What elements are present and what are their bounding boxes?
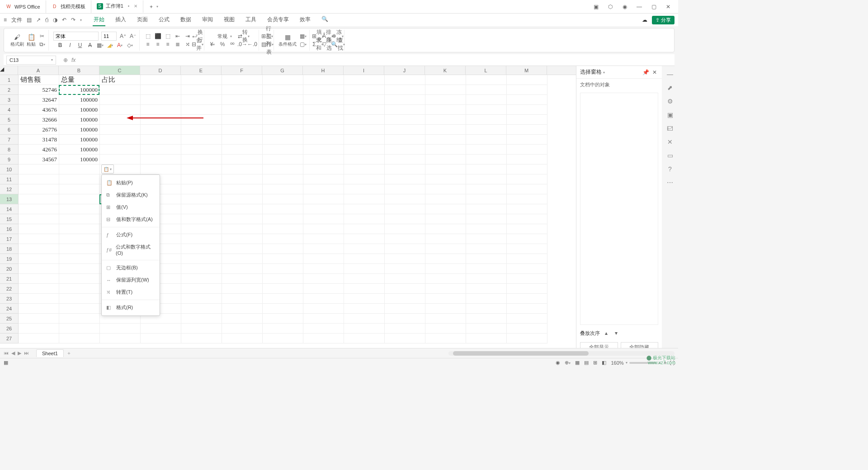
worksheet-button[interactable]: ▤工作表▾	[264, 41, 271, 48]
tab-page[interactable]: 页面	[136, 14, 149, 26]
cell[interactable]	[100, 125, 141, 135]
cell[interactable]	[263, 224, 303, 234]
share-button[interactable]: ⇪ 分享	[652, 16, 675, 24]
row-header[interactable]: 17	[0, 234, 18, 244]
cell[interactable]	[466, 75, 507, 85]
row-header[interactable]: 6	[0, 125, 18, 135]
tab-data[interactable]: 数据	[179, 14, 192, 26]
sum-button[interactable]: Σ求和▾	[314, 41, 321, 48]
cell[interactable]	[385, 304, 425, 314]
cell[interactable]	[466, 135, 507, 145]
cell[interactable]	[507, 194, 547, 204]
row-header[interactable]: 18	[0, 244, 18, 254]
cell[interactable]	[344, 304, 385, 314]
cell[interactable]	[507, 334, 547, 343]
cell[interactable]	[303, 184, 344, 194]
cell[interactable]	[303, 224, 344, 234]
cell[interactable]	[222, 234, 263, 244]
cell[interactable]	[141, 95, 181, 105]
cell[interactable]	[181, 135, 222, 145]
help-strip-icon[interactable]: ?	[668, 165, 672, 173]
sheet-last-icon[interactable]: ⏭	[24, 350, 29, 356]
cell[interactable]	[100, 105, 141, 115]
cell[interactable]	[263, 314, 303, 324]
cut-icon[interactable]: ✂	[38, 33, 46, 40]
cell[interactable]	[507, 125, 547, 135]
cell[interactable]	[59, 244, 100, 254]
chart-strip-icon[interactable]: 🗠	[667, 125, 673, 132]
cell[interactable]	[507, 204, 547, 214]
cell[interactable]	[222, 314, 263, 324]
cell[interactable]	[344, 224, 385, 234]
cell[interactable]	[263, 184, 303, 194]
cell[interactable]	[263, 75, 303, 85]
cell[interactable]	[222, 135, 263, 145]
align-top-icon[interactable]: ⬚	[144, 33, 151, 40]
cell[interactable]	[425, 244, 466, 254]
cell[interactable]: 总量	[59, 75, 100, 85]
cell-style-icon[interactable]: ▢▾	[299, 41, 307, 48]
cell[interactable]	[303, 155, 344, 164]
cell[interactable]	[344, 314, 385, 324]
currency-icon[interactable]: ¥▾	[209, 41, 216, 48]
cell[interactable]	[344, 244, 385, 254]
cell[interactable]	[344, 284, 385, 294]
panel-icon[interactable]: ▣	[591, 4, 600, 10]
cond-format-button[interactable]: ▦条件格式	[278, 33, 297, 47]
cell[interactable]	[263, 214, 303, 224]
cell[interactable]	[59, 184, 100, 194]
table-style-icon[interactable]: ▦▾	[299, 33, 307, 40]
cell[interactable]	[263, 164, 303, 174]
print-icon[interactable]: ⎙	[45, 17, 48, 23]
cell[interactable]	[303, 135, 344, 145]
cell[interactable]	[222, 254, 263, 264]
cell[interactable]	[100, 145, 141, 155]
tab-insert[interactable]: 插入	[114, 14, 127, 26]
cell[interactable]	[385, 284, 425, 294]
cell[interactable]	[222, 145, 263, 155]
cell[interactable]	[303, 204, 344, 214]
cell[interactable]	[59, 324, 100, 334]
cell[interactable]	[222, 264, 263, 274]
cell[interactable]	[181, 324, 222, 334]
row-header[interactable]: 9	[0, 155, 18, 164]
tab-efficiency[interactable]: 效率	[299, 14, 311, 26]
new-tab-button[interactable]: ＋ ▾	[143, 0, 164, 13]
cell[interactable]	[222, 95, 263, 105]
qa-dropdown-icon[interactable]: ▾	[80, 18, 82, 22]
settings-strip-icon[interactable]: ⚙	[667, 98, 673, 105]
col-header[interactable]: E	[181, 66, 222, 75]
cell[interactable]	[222, 194, 263, 204]
export-icon[interactable]: ↗	[36, 17, 41, 23]
cell[interactable]	[222, 174, 263, 184]
cell[interactable]	[507, 324, 547, 334]
cell[interactable]	[507, 155, 547, 164]
cell[interactable]	[425, 204, 466, 214]
cell[interactable]	[19, 314, 59, 324]
cell[interactable]	[507, 244, 547, 254]
cell[interactable]	[507, 184, 547, 194]
cell[interactable]	[263, 145, 303, 155]
cell[interactable]	[263, 85, 303, 95]
row-header[interactable]: 7	[0, 135, 18, 145]
cell[interactable]	[181, 75, 222, 85]
col-header[interactable]: L	[466, 66, 506, 75]
underline-icon[interactable]: U	[76, 42, 84, 49]
cell[interactable]	[19, 184, 59, 194]
cell[interactable]	[222, 115, 263, 125]
col-header[interactable]: G	[262, 66, 303, 75]
fill-color-icon[interactable]: ◢▾	[106, 42, 113, 49]
copy-icon[interactable]: ⧉▾	[38, 41, 46, 48]
cell[interactable]	[222, 105, 263, 115]
cell[interactable]	[303, 85, 344, 95]
row-header[interactable]: 13	[0, 194, 18, 204]
cell[interactable]	[425, 155, 466, 164]
status-icon[interactable]: ▦	[4, 360, 8, 366]
cell[interactable]: 32647	[19, 95, 59, 105]
paste-option-col-width[interactable]: ↔保留源列宽(W)	[102, 274, 160, 286]
cell[interactable]	[425, 324, 466, 334]
more-strip-icon[interactable]: ⋯	[667, 179, 673, 186]
cell[interactable]	[181, 155, 222, 164]
cell[interactable]	[425, 314, 466, 324]
cell[interactable]	[303, 75, 344, 85]
